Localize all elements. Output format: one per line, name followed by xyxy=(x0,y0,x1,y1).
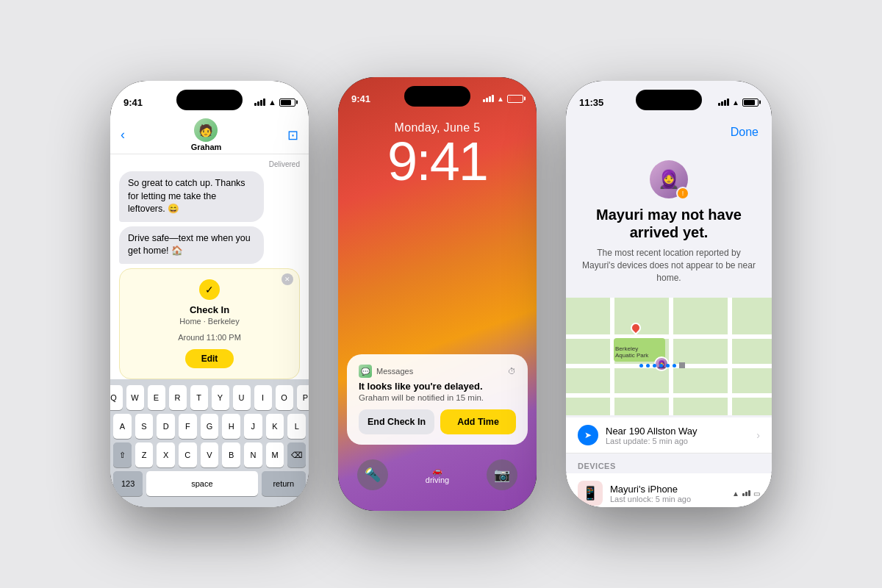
phone-left-screen: 9:41 ▲ ‹ 🧑 Graham ⊡ xyxy=(110,81,309,507)
checkin-details-2: Around 11:00 PM xyxy=(130,333,289,342)
dynamic-island-center xyxy=(404,86,470,107)
key-h[interactable]: H xyxy=(222,414,240,439)
keyboard: Q W E R T Y U I O P A S D F G H J K L xyxy=(110,379,309,507)
camera-button[interactable]: 📷 xyxy=(487,459,517,490)
key-f[interactable]: F xyxy=(179,414,197,439)
key-space[interactable]: space xyxy=(146,471,257,496)
driving-icon: 🚗 xyxy=(426,466,449,476)
location-arrow-icon: ➤ xyxy=(578,425,598,445)
lockscreen-notification-card: 💬 Messages ⏱ It looks like you're delaye… xyxy=(347,354,528,445)
findmy-map[interactable]: BerkeleyAquatic Park 🧕 xyxy=(566,298,772,415)
back-button[interactable]: ‹ xyxy=(121,127,125,143)
checkin-details-1: Home · Berkeley xyxy=(130,317,289,326)
location-update: Last update: 5 min ago xyxy=(606,437,749,445)
findmy-alert-title: Mayuri may not have arrived yet. xyxy=(581,206,757,241)
key-c[interactable]: C xyxy=(179,442,197,467)
checkin-edit-button[interactable]: Edit xyxy=(185,349,234,368)
iphone-device-signals: ▲ ▭ xyxy=(732,490,760,498)
key-shift[interactable]: ⇧ xyxy=(113,442,132,467)
battery-icon-center xyxy=(507,95,523,103)
end-checkin-button[interactable]: End Check In xyxy=(359,409,434,434)
iphone-device-icon: 📱 xyxy=(578,481,603,506)
key-i[interactable]: I xyxy=(254,385,272,410)
keyboard-row-bottom: 123 space return xyxy=(113,471,306,496)
contact-avatar: 🧑 xyxy=(194,118,218,142)
driving-label: driving xyxy=(426,476,449,484)
location-name: Near 190 Allston Way xyxy=(606,426,749,437)
key-p[interactable]: P xyxy=(297,385,309,410)
signal-icon-right xyxy=(718,98,729,106)
battery-icon-right xyxy=(742,98,759,107)
warning-badge: ! xyxy=(676,187,689,200)
dynamic-island-right xyxy=(636,90,702,110)
key-y[interactable]: Y xyxy=(212,385,229,410)
key-g[interactable]: G xyxy=(201,414,219,439)
ls-bottom-bar: 🔦 🚗 driving 📷 xyxy=(338,459,537,490)
status-icons-left: ▲ xyxy=(254,98,295,107)
dynamic-island-left xyxy=(176,90,243,110)
done-button[interactable]: Done xyxy=(731,126,759,139)
phone-right: 11:35 ▲ Done 🧕 ! xyxy=(566,81,772,507)
key-q[interactable]: Q xyxy=(110,385,123,410)
key-delete[interactable]: ⌫ xyxy=(287,442,306,467)
phone-center: 9:41 ▲ Monday, June 5 9:41 💬 xyxy=(338,77,537,511)
status-icons-right: ▲ xyxy=(718,98,759,107)
key-t[interactable]: T xyxy=(190,385,208,410)
key-k[interactable]: K xyxy=(266,414,284,439)
checkin-check-icon: ✓ xyxy=(199,279,220,300)
key-n[interactable]: N xyxy=(244,442,262,467)
video-call-icon[interactable]: ⊡ xyxy=(287,127,298,143)
keyboard-row-1: Q W E R T Y U I O P xyxy=(113,385,306,410)
iphone-device-info: Mayuri's iPhone Last unlock: 5 min ago xyxy=(610,484,725,503)
key-b[interactable]: B xyxy=(222,442,240,467)
map-pin-destination xyxy=(628,320,643,335)
key-a[interactable]: A xyxy=(113,414,132,439)
location-chevron-icon: › xyxy=(756,429,760,441)
flashlight-button[interactable]: 🔦 xyxy=(357,459,388,490)
ls-card-actions: End Check In Add Time xyxy=(359,409,516,434)
key-o[interactable]: O xyxy=(276,385,293,410)
key-d[interactable]: D xyxy=(157,414,175,439)
wifi-icon-center: ▲ xyxy=(497,95,504,103)
key-x[interactable]: X xyxy=(157,442,175,467)
devices-section-header: DEVICES xyxy=(566,456,772,473)
map-road-v2 xyxy=(669,298,673,415)
add-time-button[interactable]: Add Time xyxy=(440,409,516,434)
devices-section: DEVICES 📱 Mayuri's iPhone Last unlock: 5… xyxy=(566,456,772,507)
checkin-close-button[interactable]: ✕ xyxy=(282,273,293,285)
key-s[interactable]: S xyxy=(135,414,154,439)
key-u[interactable]: U xyxy=(233,385,251,410)
ls-card-timestamp: ⏱ xyxy=(508,367,516,376)
wifi-icon-left: ▲ xyxy=(268,98,276,107)
ls-card-header: 💬 Messages ⏱ xyxy=(359,365,516,378)
key-return[interactable]: return xyxy=(262,471,306,496)
iphone-device-update: Last unlock: 5 min ago xyxy=(610,495,725,503)
contact-info[interactable]: 🧑 Graham xyxy=(191,118,222,151)
ls-card-app-name: Messages xyxy=(376,367,413,376)
findmy-alert: 🧕 ! Mayuri may not have arrived yet. The… xyxy=(566,148,772,298)
signal-icon-left xyxy=(254,98,265,106)
status-icons-center: ▲ xyxy=(483,95,523,103)
mayuri-avatar: 🧕 ! xyxy=(650,160,688,198)
key-w[interactable]: W xyxy=(126,385,144,410)
findmy-header: Done xyxy=(566,116,772,148)
phone-center-screen: 9:41 ▲ Monday, June 5 9:41 💬 xyxy=(338,77,537,511)
signal-icon-center xyxy=(483,95,494,102)
status-time-left: 9:41 xyxy=(123,97,143,108)
location-row[interactable]: ➤ Near 190 Allston Way Last update: 5 mi… xyxy=(566,417,772,453)
phone-left: 9:41 ▲ ‹ 🧑 Graham ⊡ xyxy=(110,81,309,507)
findmy-alert-subtitle: The most recent location reported by May… xyxy=(581,247,757,284)
key-m[interactable]: M xyxy=(266,442,284,467)
map-route-dots xyxy=(639,362,685,368)
key-l[interactable]: L xyxy=(287,414,306,439)
key-z[interactable]: Z xyxy=(135,442,154,467)
key-e[interactable]: E xyxy=(148,385,165,410)
key-r[interactable]: R xyxy=(169,385,187,410)
device-row-iphone[interactable]: 📱 Mayuri's iPhone Last unlock: 5 min ago… xyxy=(566,473,772,507)
key-123[interactable]: 123 xyxy=(113,471,143,496)
key-v[interactable]: V xyxy=(201,442,219,467)
key-j[interactable]: J xyxy=(244,414,262,439)
checkin-card: ✕ ✓ Check In Home · Berkeley Around 11:0… xyxy=(119,268,300,379)
contact-name: Graham xyxy=(191,143,222,151)
map-road-v3 xyxy=(728,298,732,415)
